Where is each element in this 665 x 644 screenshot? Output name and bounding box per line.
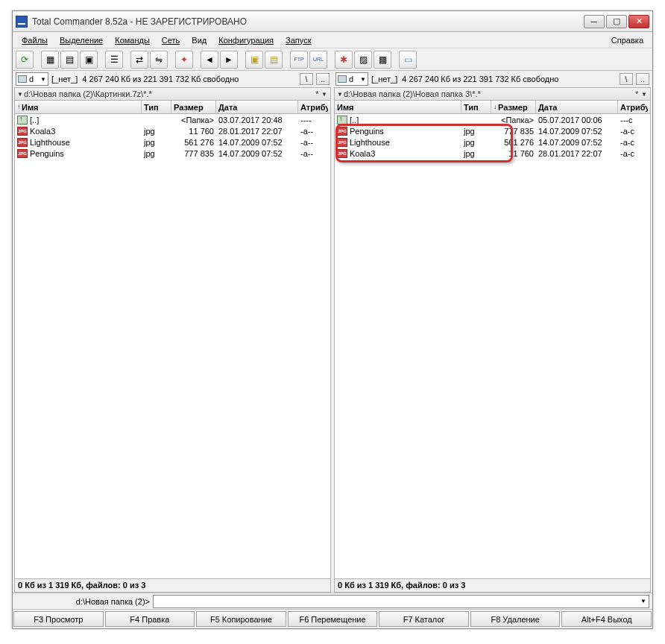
left-free-space: [_нет_] 4 267 240 Кб из 221 391 732 Кб с… (51, 75, 297, 83)
f6-move[interactable]: F6 Перемещение (288, 611, 378, 627)
pack-icon[interactable]: ▣ (245, 51, 263, 69)
file-size: 561 276 (171, 138, 216, 147)
col-date[interactable]: Дата (536, 101, 618, 113)
wand-icon[interactable]: ✦ (175, 51, 193, 69)
left-panel: d▼ [_нет_] 4 267 240 Кб из 221 391 732 К… (14, 71, 331, 593)
swap-icon[interactable]: ⇋ (150, 51, 168, 69)
titlebar: Total Commander 8.52a - НЕ ЗАРЕГИСТРИРОВ… (13, 11, 652, 32)
favorites-icon[interactable]: * (315, 90, 318, 98)
drive-icon (338, 75, 347, 83)
url-icon[interactable]: URL (309, 51, 327, 69)
view-brief-icon[interactable]: ▦ (41, 51, 59, 69)
jpg-file-icon: JPG (17, 149, 28, 158)
f8-delete[interactable]: F8 Удаление (470, 611, 561, 627)
right-up-button[interactable]: .. (636, 73, 649, 85)
menu-view[interactable]: Вид (186, 34, 212, 47)
file-row[interactable]: JPGPenguinsjpg777 83514.07.2009 07:52-a-… (335, 125, 650, 136)
file-size: 777 835 (171, 149, 216, 158)
right-drive-select[interactable]: d▼ (335, 72, 368, 86)
menu-net[interactable]: Сеть (156, 34, 186, 47)
history-icon[interactable]: ▼ (641, 91, 647, 98)
col-type[interactable]: Тип (461, 101, 491, 113)
right-path[interactable]: ▼ d:\Новая папка (2)\Новая папка 3\*.* *… (334, 87, 651, 101)
file-type: jpg (142, 138, 171, 147)
file-type: jpg (461, 127, 491, 136)
f3-view[interactable]: F3 Просмотр (13, 611, 104, 627)
function-keys: F3 Просмотр F4 Правка F5 Копирование F6 … (13, 609, 652, 628)
file-row[interactable]: JPGLighthousejpg561 27614.07.2009 07:52-… (15, 136, 330, 148)
file-size: <Папка> (171, 116, 216, 124)
file-name: Penguins (350, 127, 384, 136)
file-date: 28.01.2017 22:07 (536, 149, 618, 158)
file-row[interactable]: JPGPenguinsjpg777 83514.07.2009 07:52-a-… (15, 148, 330, 159)
history-icon[interactable]: ▼ (321, 91, 327, 98)
col-size[interactable]: Размер (171, 101, 216, 113)
ftp-icon[interactable]: FTP (290, 51, 308, 69)
panels: d▼ [_нет_] 4 267 240 Кб из 221 391 732 К… (13, 71, 652, 593)
col-name[interactable]: Имя (335, 101, 461, 113)
back-icon[interactable]: ◄ (201, 51, 218, 69)
file-date: 03.07.2017 20:48 (216, 116, 298, 124)
menu-selection[interactable]: Выделение (54, 34, 109, 47)
file-name: Penguins (30, 149, 64, 158)
right-root-button[interactable]: \ (620, 73, 633, 85)
file-attr: ---c (618, 116, 648, 124)
parent-dir-icon (337, 116, 347, 124)
file-row[interactable]: JPGLighthousejpg561 27614.07.2009 07:52-… (335, 136, 650, 148)
f4-edit[interactable]: F4 Правка (105, 611, 195, 627)
minimize-button[interactable]: ─ (584, 15, 605, 28)
file-date: 14.07.2009 07:52 (536, 138, 618, 147)
col-name[interactable]: ↑Имя (15, 101, 142, 113)
col-date[interactable]: Дата (216, 101, 298, 113)
command-path: d:\Новая папка (2)> (16, 597, 150, 606)
col-attr[interactable]: Атрибу (298, 101, 328, 113)
file-row[interactable]: JPGKoala3jpg11 76028.01.2017 22:07-a-c (335, 148, 650, 159)
menu-run[interactable]: Запуск (280, 34, 317, 47)
menu-commands[interactable]: Команды (109, 34, 156, 47)
command-bar: d:\Новая папка (2)> ▼ (13, 593, 652, 609)
unpack-icon[interactable]: ▤ (265, 51, 283, 69)
f5-copy[interactable]: F5 Копирование (196, 611, 286, 627)
forward-icon[interactable]: ► (220, 51, 238, 69)
right-filelist[interactable]: [..]<Папка>05.07.2017 00:06---cJPGPengui… (334, 114, 651, 579)
col-size[interactable]: ↓Размер (491, 101, 536, 113)
file-attr: -a-- (298, 127, 328, 136)
search-icon[interactable]: ✱ (335, 51, 353, 69)
view-thumbs-icon[interactable]: ▣ (80, 51, 98, 69)
toolbar: ⟳ ▦ ▤ ▣ ☰ ⇄ ⇋ ✦ ◄ ► ▣ ▤ FTP URL ✱ ▨ ▩ ▭ (13, 48, 652, 71)
sync-icon[interactable]: ▩ (374, 51, 391, 69)
left-up-button[interactable]: .. (316, 73, 330, 85)
col-attr[interactable]: Атрибу (618, 101, 648, 113)
favorites-icon[interactable]: * (635, 90, 638, 98)
menu-config[interactable]: Конфигурация (212, 34, 280, 47)
left-root-button[interactable]: \ (300, 73, 313, 85)
close-button[interactable]: ✕ (628, 15, 649, 28)
file-name: [..] (350, 116, 359, 124)
left-filelist[interactable]: [..]<Папка>03.07.2017 20:48----JPGKoala3… (14, 114, 331, 579)
multirename-icon[interactable]: ▨ (354, 51, 372, 69)
left-status: 0 Кб из 1 319 Кб, файлов: 0 из 3 (14, 579, 331, 593)
notepad-icon[interactable]: ▭ (399, 51, 417, 69)
left-drive-select[interactable]: d▼ (16, 72, 48, 86)
altf4-exit[interactable]: Alt+F4 Выход (561, 611, 652, 627)
menubar: Файлы Выделение Команды Сеть Вид Конфигу… (13, 32, 652, 48)
col-type[interactable]: Тип (142, 101, 171, 113)
f7-mkdir[interactable]: F7 Каталог (379, 611, 469, 627)
jpg-file-icon: JPG (337, 149, 347, 158)
view-full-icon[interactable]: ▤ (60, 51, 78, 69)
menu-files[interactable]: Файлы (16, 34, 54, 47)
left-path[interactable]: ▼ d:\Новая папка (2)\Картинки.7z\*.* * ▼ (14, 87, 331, 101)
file-row[interactable]: [..]<Папка>05.07.2017 00:06---c (335, 114, 650, 125)
dropdown-icon[interactable]: ▼ (640, 598, 646, 604)
refresh-icon[interactable]: ⟳ (16, 51, 34, 69)
menu-help[interactable]: Справка (605, 34, 649, 47)
file-attr: -a-c (618, 149, 648, 158)
right-drivebar: d▼ [_нет_] 4 267 240 Кб из 221 391 732 К… (334, 71, 651, 87)
maximize-button[interactable]: ▢ (606, 15, 627, 28)
file-row[interactable]: JPGKoala3jpg11 76028.01.2017 22:07-a-- (15, 125, 330, 136)
drive-icon (18, 75, 27, 83)
file-row[interactable]: [..]<Папка>03.07.2017 20:48---- (15, 114, 330, 125)
tree-icon[interactable]: ☰ (105, 51, 123, 69)
command-input[interactable]: ▼ (153, 595, 649, 608)
invert-icon[interactable]: ⇄ (130, 51, 148, 69)
